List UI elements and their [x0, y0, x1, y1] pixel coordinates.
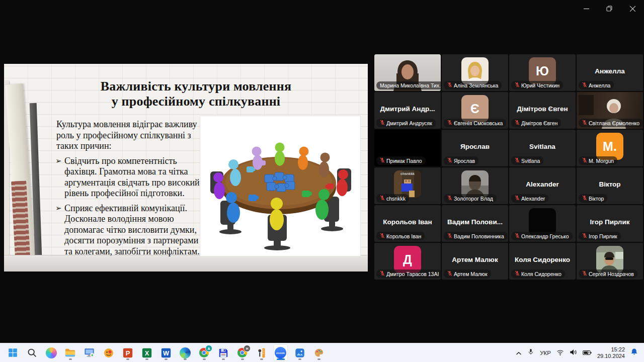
participant-display-name: Віктор [578, 180, 642, 188]
participant-tile[interactable]: Корольов ІванКорольов Іван [374, 205, 441, 242]
participant-tile[interactable]: ЯрославЯрослав [442, 130, 508, 166]
participant-name-text: Віктор [589, 196, 604, 202]
participant-tile[interactable]: Дмитрий Андр...Дмитрий Андрусяк [374, 92, 441, 129]
tray-chevron-up-icon[interactable] [516, 348, 522, 357]
taskbar-powerpoint-icon[interactable]: P [121, 345, 134, 360]
participant-name-text: Ярослав [454, 158, 475, 164]
taskbar-zoom-icon[interactable]: zoom [274, 345, 287, 360]
participant-name-text: Примак Павло [386, 158, 422, 164]
muted-mic-icon [380, 233, 385, 239]
participant-display-name: Анжелла [578, 67, 642, 74]
participant-name-text: Артем Малюк [454, 271, 488, 277]
muted-mic-icon [515, 233, 520, 239]
tray-volume-icon[interactable] [570, 348, 577, 357]
participant-tile[interactable]: Ігор ПирликІгор Пирлик [577, 205, 643, 242]
participant-tile[interactable]: Золоторог Влад [442, 167, 508, 204]
tray-wifi-icon[interactable] [556, 348, 564, 357]
participant-name-text: Сергей Ноздрачов [589, 271, 634, 277]
muted-mic-icon [380, 270, 385, 277]
muted-mic-icon [515, 195, 520, 202]
taskbar-search-icon[interactable] [25, 345, 39, 360]
muted-mic-icon [447, 120, 452, 126]
minimize-button[interactable] [575, 0, 598, 17]
participant-letter-avatar: M. [596, 133, 623, 160]
taskbar-image-viewer-icon[interactable] [102, 345, 115, 360]
slide-clipart-round-table [200, 116, 360, 256]
svg-text:chsnkkk: chsnkkk [400, 172, 415, 175]
participant-name-label: Svitlana [511, 156, 543, 165]
taskbar-chrome-profile-h-icon[interactable]: H [235, 345, 249, 360]
participant-tile[interactable]: SvitlanaSvitlana [509, 130, 576, 166]
participant-name-label: Артем Малюк [444, 269, 491, 278]
taskbar-paint-icon[interactable] [312, 345, 326, 360]
participant-tile[interactable]: Олександр Гресько [509, 205, 576, 242]
participant-tile[interactable]: ВікторВіктор [577, 167, 643, 204]
participant-name-text: Ігор Пирлик [589, 233, 617, 239]
participant-tile[interactable]: АнжеллаАнжелла [577, 54, 643, 91]
taskbar-copilot-icon[interactable] [44, 345, 58, 360]
taskbar-photos-icon[interactable] [293, 345, 306, 360]
running-indicator [69, 358, 72, 360]
running-indicator [298, 358, 301, 360]
participant-letter-avatar: Є [461, 95, 489, 122]
svg-text:X: X [144, 349, 149, 357]
participant-name-text: Дмитро Тарасов 13АІ [386, 271, 439, 277]
slide-bullet-2-text: Сприяє ефективній комунікації. Досконале… [64, 203, 200, 256]
participant-name-label: Золоторог Влад [444, 194, 497, 203]
taskbar-excel-icon[interactable]: X [140, 345, 153, 360]
participant-tile[interactable]: Аліна Землянська [442, 54, 508, 91]
participant-tile[interactable]: Примак Павло [374, 130, 441, 166]
participant-tile[interactable]: ЄЄвгенія Смоковська [442, 92, 508, 129]
taskbar-save-app-icon[interactable] [216, 345, 230, 360]
muted-mic-icon [582, 270, 587, 277]
participant-name-label: Alexander [511, 194, 548, 203]
participant-tile[interactable]: Дімітров ЄвгенДімітров Євген [509, 92, 576, 129]
running-indicator [241, 358, 244, 360]
participant-tile[interactable]: Сергей Ноздрачов [577, 243, 643, 280]
taskbar-icons: PXWAHzoom [0, 345, 326, 360]
participant-name-label: Євгенія Смоковська [444, 119, 506, 127]
tray-language-indicator[interactable]: УКР [540, 350, 551, 356]
running-indicator [222, 358, 225, 360]
slide-title: Важливість культури мовлення у професійн… [34, 79, 358, 109]
participant-tile[interactable]: M.M. Morgun [577, 130, 643, 166]
shared-screen-slide: Важливість культури мовлення у професійн… [4, 64, 368, 272]
taskbar-education-app-icon[interactable] [255, 345, 268, 360]
taskbar-file-explorer-icon[interactable] [63, 345, 77, 360]
participant-tile[interactable]: Вадим Полови...Вадим Половинника [442, 205, 508, 242]
participant-name-label: Ярослав [444, 156, 478, 165]
participant-name-label: chsnkkk [376, 194, 409, 203]
taskbar-start-icon[interactable] [6, 345, 20, 360]
participant-tile[interactable]: Світлана Єрмоленко [577, 92, 643, 129]
tray-clock[interactable]: 15:22 29.10.2024 [597, 346, 625, 359]
slide-intro-paragraph: Культура мовлення відіграє важливу роль … [56, 119, 203, 152]
app-window: Важливість культури мовлення у професійн… [0, 0, 644, 362]
participant-tile[interactable]: ЮЮрий Честикин [509, 54, 576, 91]
muted-mic-icon [515, 157, 520, 164]
muted-mic-icon [515, 270, 520, 277]
restore-button[interactable] [598, 0, 621, 17]
participant-name-text: Коля Сидоренко [521, 271, 561, 277]
participant-tile[interactable]: Марина Миколаївна Тих... [374, 54, 441, 91]
tray-notification-bell-icon[interactable] [630, 348, 638, 357]
participant-name-text: Євгенія Смоковська [454, 120, 503, 126]
taskbar-chrome-profile-a-icon[interactable]: A [197, 345, 211, 360]
participant-tile[interactable]: ДДмитро Тарасов 13АІ [374, 243, 441, 280]
participant-tile[interactable]: Коля СидоренкоКоля Сидоренко [509, 243, 576, 280]
tray-microphone-icon[interactable] [527, 348, 534, 357]
participant-tile[interactable]: AlexanderAlexander [509, 167, 576, 204]
participant-name-label: Дімітров Євген [511, 119, 561, 127]
tray-battery-icon[interactable] [583, 348, 592, 357]
participant-display-name: Корольов Іван [375, 218, 440, 225]
taskbar-edge-icon[interactable] [178, 345, 192, 360]
participant-tile[interactable]: chsnkkkchsnkkk [374, 167, 441, 204]
bullet-marker: ➢ [55, 156, 62, 167]
muted-mic-icon [447, 82, 452, 88]
close-button[interactable] [621, 0, 644, 17]
participant-tile[interactable]: Артем МалюкАртем Малюк [442, 243, 508, 280]
slide-title-line2: у професійному спілкуванні [34, 94, 358, 109]
taskbar-this-pc-icon[interactable] [83, 345, 96, 360]
bullet-marker: ➢ [55, 203, 62, 214]
taskbar-word-icon[interactable]: W [159, 345, 173, 360]
muted-mic-icon [582, 195, 587, 202]
